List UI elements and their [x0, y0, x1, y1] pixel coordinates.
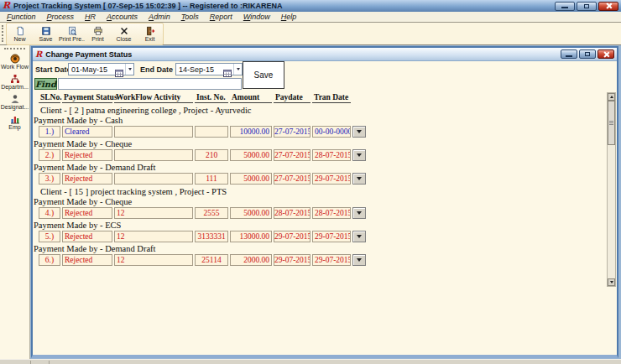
- inst-no-cell[interactable]: [195, 126, 228, 138]
- status-dropdown-button[interactable]: [352, 231, 366, 242]
- vertical-scrollbar[interactable]: [607, 92, 616, 287]
- sidebar-item-designation[interactable]: Designat...: [0, 94, 29, 110]
- menu-admin[interactable]: Admin: [149, 13, 170, 21]
- payment-method-header: Payment Made by - Cheque: [33, 197, 372, 207]
- menu-function[interactable]: Function: [7, 13, 36, 21]
- dialog-restore-button[interactable]: [579, 49, 596, 59]
- amount-cell[interactable]: 10000.00: [230, 126, 272, 138]
- menu-report[interactable]: Report: [210, 13, 232, 21]
- close-window-button[interactable]: Close: [111, 23, 137, 44]
- print-preview-button[interactable]: Print Pre..: [59, 23, 85, 44]
- menu-process[interactable]: Process: [47, 13, 75, 21]
- menu-window[interactable]: Window: [243, 13, 270, 21]
- tran-date-cell[interactable]: 29-07-2015: [312, 231, 351, 242]
- scroll-down-button[interactable]: [608, 278, 615, 286]
- amount-cell[interactable]: 2000.00: [230, 254, 272, 266]
- minimize-icon: [561, 7, 568, 8]
- workflow-activity-cell[interactable]: [114, 173, 193, 185]
- dialog-close-button[interactable]: [598, 49, 614, 59]
- tran-date-cell[interactable]: 29-07-2015: [312, 254, 351, 266]
- paydate-cell[interactable]: 27-07-2015: [274, 173, 310, 185]
- find-input[interactable]: [58, 78, 242, 90]
- start-date-picker[interactable]: 01-May-15: [68, 63, 134, 75]
- payment-status-cell[interactable]: Rejected: [62, 207, 112, 219]
- scroll-up-button[interactable]: [608, 93, 615, 101]
- paydate-cell[interactable]: 28-07-2015: [274, 207, 310, 219]
- menu-tools[interactable]: Tools: [181, 13, 199, 21]
- table-row: 1.) Cleared 10000.00 27-07-2015 00-00-00…: [39, 126, 372, 138]
- amount-cell[interactable]: 5000.00: [230, 173, 272, 185]
- status-separator: [30, 361, 31, 364]
- inst-no-cell[interactable]: 25114: [195, 254, 228, 266]
- restore-button[interactable]: [577, 2, 597, 11]
- save-button[interactable]: Save: [243, 61, 284, 89]
- find-button[interactable]: Find: [34, 78, 57, 90]
- print-button[interactable]: Print: [85, 23, 111, 44]
- start-date-label: Start Date: [35, 65, 71, 74]
- sidebar: Work Flow Departm... Designat... Emp: [0, 45, 30, 359]
- workflow-activity-cell[interactable]: [114, 126, 193, 138]
- status-dropdown-button[interactable]: [352, 149, 366, 161]
- end-date-dropdown[interactable]: [233, 64, 242, 75]
- amount-cell[interactable]: 13000.00: [230, 231, 272, 242]
- amount-cell[interactable]: 5000.00: [230, 149, 272, 161]
- grid-header-row: SLNo. Payment Status WorkFlow Activity I…: [39, 93, 372, 103]
- exit-button[interactable]: Exit: [137, 23, 163, 44]
- tran-date-cell[interactable]: 28-07-2015: [312, 207, 351, 219]
- sidebar-item-department[interactable]: Departm...: [0, 74, 29, 90]
- save-button[interactable]: Save: [33, 23, 59, 44]
- floppy-icon: [41, 26, 51, 36]
- status-dropdown-button[interactable]: [352, 126, 366, 138]
- status-dropdown-button[interactable]: [352, 254, 366, 266]
- paydate-cell[interactable]: 29-07-2015: [274, 254, 310, 266]
- inst-no-cell[interactable]: 210: [195, 149, 228, 161]
- toolbar-grip[interactable]: [2, 25, 5, 42]
- sidebar-grip[interactable]: [4, 48, 25, 49]
- payment-status-cell[interactable]: Rejected: [62, 173, 112, 185]
- amount-cell[interactable]: 5000.00: [230, 207, 272, 219]
- inst-no-cell[interactable]: 3133331: [195, 231, 228, 242]
- restore-icon: [584, 4, 589, 8]
- start-date-dropdown[interactable]: [125, 64, 133, 75]
- inst-no-cell[interactable]: 2555: [195, 207, 228, 219]
- workflow-activity-cell[interactable]: [114, 149, 193, 161]
- chevron-down-icon: [237, 68, 240, 70]
- exit-door-icon: [145, 26, 155, 36]
- close-button[interactable]: [598, 2, 618, 11]
- minimize-button[interactable]: [555, 2, 575, 11]
- tran-date-cell[interactable]: 28-07-2015: [312, 149, 351, 161]
- dialog-titlebar: R Change Payment Status: [33, 48, 617, 61]
- new-button[interactable]: New: [7, 23, 33, 44]
- paydate-cell[interactable]: 29-07-2015: [274, 231, 310, 242]
- close-icon: [603, 51, 609, 58]
- menu-accounts[interactable]: Accounts: [107, 13, 138, 21]
- sidebar-item-workflow[interactable]: Work Flow: [0, 54, 29, 70]
- payment-status-cell[interactable]: Rejected: [62, 254, 112, 266]
- inst-no-cell[interactable]: 111: [195, 173, 228, 185]
- payment-status-cell[interactable]: Cleared: [62, 126, 112, 138]
- workflow-activity-cell[interactable]: 12: [114, 254, 193, 266]
- dialog-minimize-button[interactable]: [561, 49, 577, 59]
- calendar-icon: [115, 65, 123, 74]
- sidebar-item-employee[interactable]: Emp: [0, 114, 29, 130]
- payment-method-header: Payment Made by - Demand Draft: [33, 244, 372, 254]
- payment-status-cell[interactable]: Rejected: [62, 149, 112, 161]
- workflow-activity-cell[interactable]: 12: [114, 207, 193, 219]
- payment-method-header: Payment Made by - Cheque: [33, 139, 372, 149]
- toolbar: New Save Print Pre.. Print Close Exit: [0, 23, 621, 45]
- paydate-cell[interactable]: 27-07-2015: [274, 149, 310, 161]
- status-dropdown-button[interactable]: [352, 173, 366, 185]
- workflow-activity-cell[interactable]: 12: [114, 231, 193, 242]
- status-bar: [0, 359, 621, 364]
- status-dropdown-button[interactable]: [352, 207, 366, 219]
- tran-date-cell[interactable]: 29-07-2015: [312, 173, 351, 185]
- payment-status-cell[interactable]: Rejected: [62, 231, 112, 242]
- application-window: R Project Tracking System [ 07-Sep-15 15…: [0, 0, 621, 364]
- end-date-picker[interactable]: 14-Sep-15: [175, 63, 243, 75]
- scrollbar-thumb[interactable]: [608, 101, 615, 145]
- tran-date-cell[interactable]: 00-00-0000: [312, 126, 351, 138]
- end-date-label: End Date: [140, 65, 173, 74]
- menu-hr[interactable]: HR: [85, 13, 96, 21]
- paydate-cell[interactable]: 27-07-2015: [274, 126, 310, 138]
- menu-help[interactable]: Help: [281, 13, 297, 21]
